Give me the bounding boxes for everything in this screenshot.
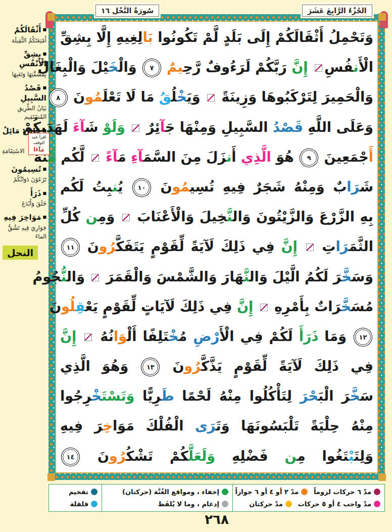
quran-line: مِنْهُ حِلْيَةً تَلْبَسُونَهَا وَتَ‍‍رَى…: [60, 411, 373, 441]
quran-word: وَسَ‍: [352, 269, 373, 284]
legend-label: مدّ ٦ حركات لزوماً: [314, 488, 371, 496]
glossary-definition: خَلَقَ وَأَبْدَعَ: [1, 200, 46, 208]
quran-word: أَ: [231, 149, 241, 165]
quran-word: ‍يمٌ: [162, 59, 183, 75]
quran-word: فِي ذَلِكَ لَآيَاتٍ لِّقَوْمٍ يَعْ‍: [85, 299, 237, 314]
quran-word: ‍رُو: [99, 238, 116, 254]
quran-word: ‍ن: [85, 209, 97, 224]
quran-word: وَعَلَى اللَّهِ: [303, 119, 373, 135]
quran-line: أَجْمَعِينَ ٩ هُوَ الَّذِي أَن‍‍زَلَ مِن…: [60, 142, 373, 172]
quran-word: الَّذِي: [241, 149, 271, 165]
glossary-entry: ■مَوَاخِرَ فِيهِجَوَارِيَ فِيهِ تَشُقُّ …: [1, 213, 46, 241]
glossary-term: ■ذَرَأَ: [1, 189, 46, 199]
juz-title-banner: الجُزْءُ الرَّابِعَ عَشَرَ: [302, 5, 372, 17]
legend-row: تفخيم: [53, 488, 97, 496]
legend-column: مدّ ٦ حركات لزوماًمدّ ٢ أو ٤ أو ٦ جوازاً…: [233, 485, 384, 511]
quran-word: نَ: [81, 238, 99, 254]
quran-line: سَ‍‍خَّ‍‍رَ الْبَ‍‍حْرَ لِتَأْكُلُوا مِن…: [60, 381, 373, 411]
legend-entry: مدّ ٦ حركات لزوماً: [314, 488, 380, 496]
quran-word: جْمَعِينَ: [319, 149, 369, 165]
legend-entry: تفخيم: [69, 488, 97, 496]
ayah-number-badge: ١٣: [142, 359, 158, 375]
legend-label: إخفاء ، ومواقع الغُنَّة (حركتان): [122, 488, 219, 496]
quran-word: وَيَ‍: [187, 89, 205, 105]
quran-line: فِي ذَلِكَ لَآيَةً لِّقَوْمٍ يَذَّكَّ‍‍ر…: [60, 351, 373, 381]
mushaf-page: { "page": { "number": "٢٦٨" }, "header":…: [0, 0, 392, 532]
quran-word: ‍هَارَ وَالشَّمْسَ وَالْقَمَرَ: [101, 269, 243, 284]
bullet-icon: ■: [42, 85, 46, 90]
glossary-definition: أَمْتِعَتَكُمُ الثَّقِيلَة: [1, 36, 46, 45]
quran-word: ‍قِ‍: [75, 299, 85, 314]
ayah-number-badge: ١٢: [355, 329, 371, 345]
quran-word: ‍خِيلَ وَالْأَعْنَابَ: [132, 209, 227, 224]
quran-word: مَا لَا تَعْلَ‍: [103, 89, 159, 105]
surah-title-banner: سُورَةُ النَّحْل ١٦: [95, 5, 159, 17]
quran-word: رَبَّكُمْ لَرَءُوفٌ: [201, 59, 287, 75]
quran-word: كُلِّ: [60, 209, 85, 224]
quran-word: ‍ن: [285, 448, 297, 464]
ayah-number-badge: ٨: [51, 90, 66, 106]
legend-color-dot: [222, 489, 228, 495]
legend-entry: إخفاء ، ومواقع الغُنَّة (حركتان): [122, 488, 228, 496]
quran-word: لَكُمْ فِي الْأَ: [219, 328, 299, 344]
quran-word: ‍خَّ‍: [341, 269, 351, 284]
bullet-icon: ■: [42, 191, 46, 196]
glossary-definition: تَرْعَوْنَ دَوَابَّكُمْ: [1, 175, 46, 184]
quran-word: نَ: [152, 179, 172, 195]
hizb-mark-icon: [207, 94, 215, 102]
quran-word: ‍زَلَ مِنَ السَّمَ‍: [143, 149, 226, 165]
ayah-number-badge: ١٤: [63, 449, 78, 465]
quran-word: بِهِ الزَّرْعَ وَالزَّيْتُونَ وَال‍: [232, 209, 373, 224]
quran-word: ‍بْ‍: [349, 448, 354, 464]
quran-word: لِغِيهِ إِلَّا بِشِقِّ: [60, 29, 142, 45]
quran-word: وَمَا: [318, 328, 353, 344]
surah-name-tag: النحل: [3, 246, 38, 260]
quran-word: طَ‍: [161, 388, 174, 404]
quran-word: ‍رُو: [109, 448, 126, 464]
quran-word: بَا: [142, 29, 153, 45]
legend-color-dot: [285, 501, 292, 507]
quran-word: ‍خْ‍: [177, 89, 186, 105]
quran-word: ‍آءِ: [131, 149, 143, 165]
glossary-entry: ■ذَرَأَخَلَقَ وَأَبْدَعَ: [1, 189, 46, 209]
quran-word: ‍ن‍: [112, 179, 118, 195]
quran-word: ‍مُو: [172, 179, 190, 195]
legend-entry: إدغام ، وما لا يُلفَظ: [158, 500, 228, 508]
legend-label: تفخيم: [69, 488, 88, 496]
legend-row: مدّ ٦ حركات لزوماًمدّ ٢ أو ٤ أو ٦ جوازاً: [237, 488, 380, 496]
legend-row: إخفاء ، ومواقع الغُنَّة (حركتان): [106, 488, 228, 496]
frame-corner-ornament: [47, 473, 55, 481]
bullet-icon: ■: [42, 52, 46, 56]
quran-word: ‍نَّ‍: [227, 209, 232, 224]
legend-label: مدّ ٢ أو ٤ أو ٦ جوازاً: [235, 488, 299, 496]
ayah-number-badge: ٧: [144, 60, 160, 76]
quran-word: ‍رَ الْبَ‍: [318, 388, 350, 404]
quran-word: ‍آءً: [101, 149, 118, 165]
quran-word: ‍تَغُوا مِ‍: [297, 448, 349, 464]
quran-word: ‍بِتُ لَكُم: [60, 179, 112, 195]
waqf-note-box: اقرأ عند الوقف مَآءَا: [28, 133, 50, 155]
quran-word: بٌ وَمِنْهُ شَجَرٌ فِيهِ تُسِي‍: [190, 179, 347, 195]
quran-word: إِنَّ: [287, 59, 313, 75]
quran-word: مُ‍: [179, 328, 193, 344]
legend-column: تفخيمقلقلة: [49, 485, 102, 511]
quran-word: ‍رَا: [347, 179, 360, 195]
quran-word: وَالْ‍: [118, 59, 141, 75]
quran-word: الثَّمَ‍: [349, 238, 373, 254]
quran-word: ‍خْ‍: [169, 328, 178, 344]
quran-word: مَ‍: [118, 149, 131, 165]
quran-word: ‍نَّ‍: [243, 269, 249, 284]
quran-word: ‍آءَ: [73, 119, 85, 135]
quran-word: وَمِ‍: [98, 209, 120, 224]
quran-line: وَالْحَمِيرَ لِتَرْكَبُوهَا وَزِينَةً وَ…: [60, 82, 373, 112]
waqf-note-word: مَآءَا: [29, 146, 48, 154]
quran-word: ‍حْرَ: [300, 388, 318, 404]
legend-entry: مدّ حركتان: [249, 500, 291, 508]
hizb-mark-icon: [91, 154, 99, 162]
waqf-note-line: الوقف: [33, 140, 44, 145]
quran-word: ‍خَّ‍: [341, 299, 351, 314]
quran-word: نَ: [81, 448, 109, 464]
quran-word: وَال‍: [67, 269, 90, 284]
quran-word: ‍جُومُ: [33, 269, 61, 284]
quran-word: ذَرَأَ: [299, 328, 319, 344]
